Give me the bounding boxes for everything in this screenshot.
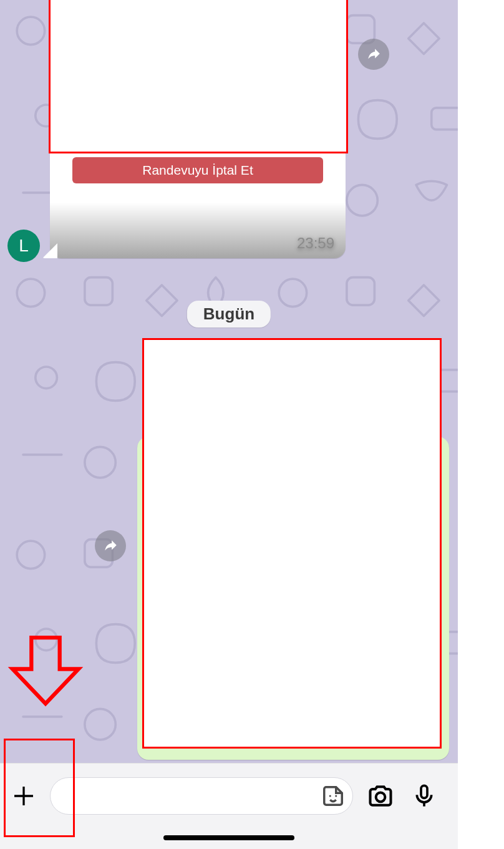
annotation-redbox-top: [49, 0, 348, 153]
forward-button-incoming[interactable]: [358, 39, 389, 70]
svg-point-2: [376, 793, 385, 802]
forward-icon: [366, 46, 382, 62]
camera-button[interactable]: [367, 782, 397, 812]
home-indicator: [163, 835, 294, 840]
bubble-tail: [42, 243, 57, 258]
down-arrow-icon: [6, 631, 85, 710]
sticker-button[interactable]: [321, 784, 345, 808]
svg-point-0: [329, 795, 331, 797]
forward-icon: [102, 538, 119, 554]
forward-button-outgoing[interactable]: [95, 530, 126, 561]
contact-avatar[interactable]: L: [7, 230, 40, 262]
date-separator-text: Bugün: [203, 304, 254, 323]
camera-icon: [367, 782, 394, 810]
voice-message-button[interactable]: [412, 782, 442, 812]
cancel-appointment-button[interactable]: Randevuyu İptal Et: [72, 157, 323, 183]
date-separator: Bugün: [187, 301, 271, 327]
message-timestamp: 23:59: [297, 235, 334, 252]
sticker-icon: [321, 784, 345, 808]
message-input[interactable]: [50, 777, 353, 815]
microphone-icon: [412, 782, 437, 810]
avatar-initial: L: [19, 236, 29, 256]
cancel-button-label: Randevuyu İptal Et: [142, 163, 253, 178]
annotation-down-arrow: [6, 631, 85, 712]
svg-rect-3: [421, 785, 427, 798]
annotation-redbox-bottom: [142, 338, 442, 749]
annotation-redframe-plus: [4, 739, 75, 837]
right-white-margin: [458, 0, 504, 849]
whatsapp-chat-screen: Randevuyu İptal Et 23:59 L Bugün: [0, 0, 458, 849]
svg-point-1: [335, 795, 337, 797]
